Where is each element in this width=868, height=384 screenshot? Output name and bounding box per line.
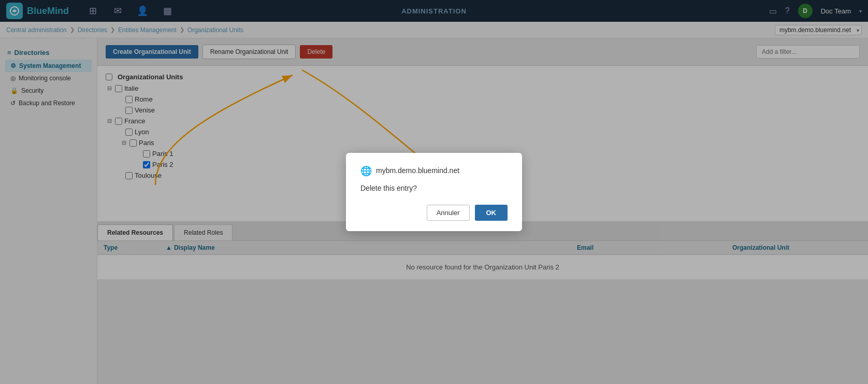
dialog-overlay: 🌐 mybm.demo.bluemind.net Delete this ent… [0, 0, 868, 384]
ok-button[interactable]: OK [475, 205, 508, 221]
cancel-button[interactable]: Annuler [427, 205, 470, 221]
globe-icon: 🌐 [360, 165, 371, 176]
dialog-domain: mybm.demo.bluemind.net [376, 166, 459, 175]
confirm-dialog: 🌐 mybm.demo.bluemind.net Delete this ent… [346, 153, 522, 231]
dialog-message: Delete this entry? [360, 184, 508, 192]
dialog-buttons: Annuler OK [360, 205, 508, 221]
dialog-header: 🌐 mybm.demo.bluemind.net [360, 165, 508, 176]
